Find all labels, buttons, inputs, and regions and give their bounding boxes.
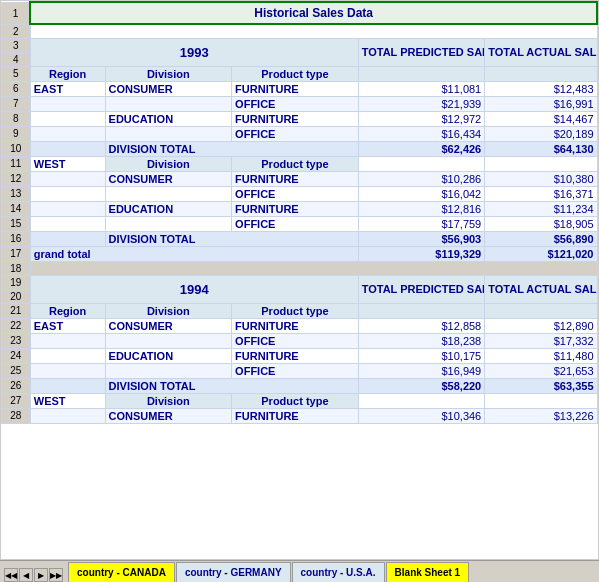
tab-bar: ◀◀ ◀ ▶ ▶▶ country - CANADA country - GER… bbox=[0, 560, 599, 582]
actual-cell: $16,371 bbox=[485, 186, 597, 201]
product-cell: FURNITURE bbox=[232, 171, 359, 186]
col-predicted-header1: TOTAL PREDICTED SALES bbox=[358, 38, 485, 66]
tab-next-btn[interactable]: ▶ bbox=[34, 568, 48, 582]
year1-label: 1993 bbox=[30, 38, 358, 66]
year1-header-row: 3 1993 TOTAL PREDICTED SALES TOTAL ACTUA… bbox=[2, 38, 598, 52]
actual-cell: $16,991 bbox=[485, 96, 597, 111]
year2-label: 1994 bbox=[30, 275, 358, 303]
predicted-cell: $17,759 bbox=[358, 216, 485, 231]
table-row: 14 EDUCATION FURNITURE $12,816 $11,234 bbox=[2, 201, 598, 216]
tab-navigation: ◀◀ ◀ ▶ ▶▶ bbox=[4, 568, 63, 582]
grand-total-actual: $121,020 bbox=[485, 246, 597, 261]
predicted-cell: $10,286 bbox=[358, 171, 485, 186]
table-row: 8 EDUCATION FURNITURE $12,972 $14,467 bbox=[2, 111, 598, 126]
division-total-label: DIVISION TOTAL bbox=[105, 141, 358, 156]
division-total-row: 16 DIVISION TOTAL $56,903 $56,890 bbox=[2, 231, 598, 246]
actual-cell: $10,380 bbox=[485, 171, 597, 186]
spreadsheet-title: Historical Sales Data bbox=[30, 2, 597, 24]
predicted-cell: $12,972 bbox=[358, 111, 485, 126]
year2-header-row: 19 1994 TOTAL PREDICTED SALES TOTAL ACTU… bbox=[2, 275, 598, 289]
col-actual-header1: TOTAL ACTUAL SALES bbox=[485, 38, 597, 66]
west-1994-header: 27 WEST Division Product type bbox=[2, 393, 598, 408]
spacer-row: 2 bbox=[2, 24, 598, 38]
region-header2: Region bbox=[30, 303, 105, 318]
product-header1: Product type bbox=[232, 66, 359, 81]
section-gap: 18 bbox=[2, 261, 598, 275]
actual-header1-empty bbox=[485, 66, 597, 81]
west-division-total-predicted: $56,903 bbox=[358, 231, 485, 246]
division-total-row: 26 DIVISION TOTAL $58,220 $63,355 bbox=[2, 378, 598, 393]
tab-prev-btn[interactable]: ◀ bbox=[19, 568, 33, 582]
predicted-cell: $12,816 bbox=[358, 201, 485, 216]
division-total-actual: $64,130 bbox=[485, 141, 597, 156]
region-cell: EAST bbox=[30, 81, 105, 96]
product-cell: OFFICE bbox=[232, 96, 359, 111]
product-cell: FURNITURE bbox=[232, 81, 359, 96]
table-row: 13 OFFICE $16,042 $16,371 bbox=[2, 186, 598, 201]
tab-blank-sheet[interactable]: Blank Sheet 1 bbox=[386, 562, 470, 582]
table-row: 12 CONSUMER FURNITURE $10,286 $10,380 bbox=[2, 171, 598, 186]
table-row: 24 EDUCATION FURNITURE $10,175 $11,480 bbox=[2, 348, 598, 363]
west-product-header: Product type bbox=[232, 156, 359, 171]
division-header2: Division bbox=[105, 303, 232, 318]
west-header-row: 11 WEST Division Product type bbox=[2, 156, 598, 171]
division-header1: Division bbox=[105, 66, 232, 81]
spreadsheet-scroll[interactable]: 1 Historical Sales Data 2 3 1993 TOTAL P… bbox=[1, 1, 598, 424]
col-actual-header2: TOTAL ACTUAL SALES bbox=[485, 275, 597, 303]
product-cell: OFFICE bbox=[232, 216, 359, 231]
tab-canada[interactable]: country - CANADA bbox=[68, 562, 175, 582]
predicted-cell: $16,434 bbox=[358, 126, 485, 141]
product-cell: OFFICE bbox=[232, 126, 359, 141]
tab-germany[interactable]: country - GERMANY bbox=[176, 562, 291, 582]
actual-cell: $14,467 bbox=[485, 111, 597, 126]
col-predicted-header2: TOTAL PREDICTED SALES bbox=[358, 275, 485, 303]
division-total-row: 10 DIVISION TOTAL $62,426 $64,130 bbox=[2, 141, 598, 156]
tab-last-btn[interactable]: ▶▶ bbox=[49, 568, 63, 582]
division-cell: CONSUMER bbox=[105, 81, 232, 96]
table-row: 9 OFFICE $16,434 $20,189 bbox=[2, 126, 598, 141]
table-row: 28 CONSUMER FURNITURE $10,346 $13,226 bbox=[2, 408, 598, 423]
grand-total-row: 17 grand total $119,329 $121,020 bbox=[2, 246, 598, 261]
col-headers-1993: 5 Region Division Product type bbox=[2, 66, 598, 81]
predicted-header1-empty bbox=[358, 66, 485, 81]
actual-cell: $18,905 bbox=[485, 216, 597, 231]
title-row: 1 Historical Sales Data bbox=[2, 2, 598, 24]
division-total-predicted: $62,426 bbox=[358, 141, 485, 156]
tab-usa[interactable]: country - U.S.A. bbox=[292, 562, 385, 582]
division-cell: CONSUMER bbox=[105, 171, 232, 186]
predicted-cell: $11,081 bbox=[358, 81, 485, 96]
predicted-cell: $16,042 bbox=[358, 186, 485, 201]
product-header2: Product type bbox=[232, 303, 359, 318]
west-region: WEST bbox=[30, 156, 105, 171]
table-row: 23 OFFICE $18,238 $17,332 bbox=[2, 333, 598, 348]
product-cell: OFFICE bbox=[232, 186, 359, 201]
table-row: 22 EAST CONSUMER FURNITURE $12,858 $12,8… bbox=[2, 318, 598, 333]
grand-total-predicted: $119,329 bbox=[358, 246, 485, 261]
grand-total-label: grand total bbox=[30, 246, 358, 261]
row-num: 1 bbox=[2, 2, 31, 24]
table-row: 15 OFFICE $17,759 $18,905 bbox=[2, 216, 598, 231]
region-header1: Region bbox=[30, 66, 105, 81]
col-headers-1994: 21 Region Division Product type bbox=[2, 303, 598, 318]
west-division-header: Division bbox=[105, 156, 232, 171]
division-cell: EDUCATION bbox=[105, 111, 232, 126]
product-cell: FURNITURE bbox=[232, 201, 359, 216]
tab-first-btn[interactable]: ◀◀ bbox=[4, 568, 18, 582]
actual-cell: $11,234 bbox=[485, 201, 597, 216]
actual-cell: $20,189 bbox=[485, 126, 597, 141]
product-cell: FURNITURE bbox=[232, 111, 359, 126]
table-row: 6 EAST CONSUMER FURNITURE $11,081 $12,48… bbox=[2, 81, 598, 96]
table-row: 25 OFFICE $16,949 $21,653 bbox=[2, 363, 598, 378]
west-division-total-actual: $56,890 bbox=[485, 231, 597, 246]
west-division-total-label: DIVISION TOTAL bbox=[105, 231, 358, 246]
predicted-cell: $21,939 bbox=[358, 96, 485, 111]
actual-cell: $12,483 bbox=[485, 81, 597, 96]
table-row: 7 OFFICE $21,939 $16,991 bbox=[2, 96, 598, 111]
division-cell: EDUCATION bbox=[105, 201, 232, 216]
